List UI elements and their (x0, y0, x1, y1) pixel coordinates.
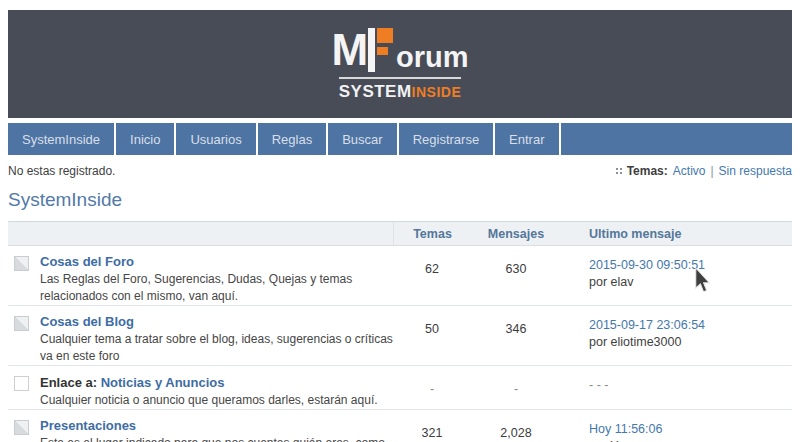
nav-tab-registrarse[interactable]: Registrarse (399, 123, 493, 155)
topics-separator: | (710, 164, 713, 178)
message-count: 2,028 (471, 410, 561, 442)
topics-unanswered-link[interactable]: Sin respuesta (719, 164, 792, 178)
forum-description: Este es el lugar indicado para que nos c… (40, 436, 385, 442)
nav-tab-entrar[interactable]: Entrar (495, 123, 558, 155)
forum-row-presentaciones: Presentaciones Este es el lugar indicado… (8, 410, 792, 442)
logo-letter-m: M (331, 28, 367, 72)
topics-label: Temas: (627, 164, 668, 178)
last-post-placeholder: - - - (561, 366, 792, 409)
forum-link[interactable]: Presentaciones (40, 418, 136, 433)
forum-link-prefix: Enlace a: (40, 375, 101, 390)
logo-system: SYSTEM (339, 83, 412, 100)
topic-count: 321 (393, 410, 471, 442)
login-status-text: No estas registrado. (8, 164, 115, 178)
header-temas: Temas (393, 222, 471, 245)
message-count: - (471, 366, 561, 409)
nav-tab-reglas[interactable]: Reglas (258, 123, 326, 155)
nav-tab-inicio[interactable]: Inicio (116, 123, 174, 155)
nav-tab-systeminside[interactable]: SystemInside (8, 123, 114, 155)
header-ultimo-mensaje: Ultimo mensaje (561, 227, 792, 241)
last-post-link[interactable]: 2015-09-30 09:50:51 (589, 258, 705, 272)
topics-grid-icon (616, 168, 622, 174)
page-title: SystemInside (8, 189, 792, 211)
header-mensajes: Mensajes (471, 227, 561, 241)
last-post-author: por elav (589, 275, 633, 289)
topic-count: 50 (393, 306, 471, 365)
forum-row-cosas-del-foro: Cosas del Foro Las Reglas del Foro, Suge… (8, 246, 792, 306)
forum-description: Las Reglas del Foro, Sugerencias, Dudas,… (40, 272, 352, 303)
topic-count: - (393, 366, 471, 409)
last-post-author: por eliotime3000 (589, 335, 681, 349)
message-count: 630 (471, 246, 561, 305)
nav-tab-buscar[interactable]: Buscar (328, 123, 396, 155)
forum-description: Cualquier noticia o anuncio que queramos… (40, 393, 378, 407)
forum-link[interactable]: Cosas del Foro (40, 254, 134, 269)
main-nav: SystemInside Inicio Usuarios Reglas Busc… (8, 123, 792, 155)
topic-count: 62 (393, 246, 471, 305)
new-posts-icon (14, 256, 29, 271)
forum-link[interactable]: Cosas del Blog (40, 314, 134, 329)
logo-orum: orum (396, 43, 469, 72)
new-posts-icon (14, 316, 29, 331)
logo-divider (339, 77, 461, 79)
forum-row-cosas-del-blog: Cosas del Blog Cualquier tema a tratar s… (8, 306, 792, 366)
message-count: 346 (471, 306, 561, 365)
mforum-logo: M orum (331, 28, 468, 72)
last-post-link[interactable]: Hoy 11:56:06 (589, 422, 662, 436)
forum-banner: M orum SYSTEM INSIDE (8, 10, 792, 118)
topics-active-link[interactable]: Activo (673, 164, 706, 178)
logo-letter-f-icon (368, 28, 394, 72)
logo-inside: INSIDE (412, 85, 462, 99)
forum-link[interactable]: Noticias y Anuncios (101, 375, 225, 390)
forum-description: Cualquier tema a tratar sobre el blog, i… (40, 332, 393, 363)
nav-filler (561, 123, 792, 155)
nav-tab-usuarios[interactable]: Usuarios (176, 123, 255, 155)
new-posts-icon (14, 420, 29, 435)
forum-row-noticias-y-anuncios: Enlace a: Noticias y Anuncios Cualquier … (8, 366, 792, 410)
external-link-icon (14, 376, 29, 391)
last-post-link[interactable]: 2015-09-17 23:06:54 (589, 318, 705, 332)
forum-table-header: Temas Mensajes Ultimo mensaje (8, 221, 792, 246)
